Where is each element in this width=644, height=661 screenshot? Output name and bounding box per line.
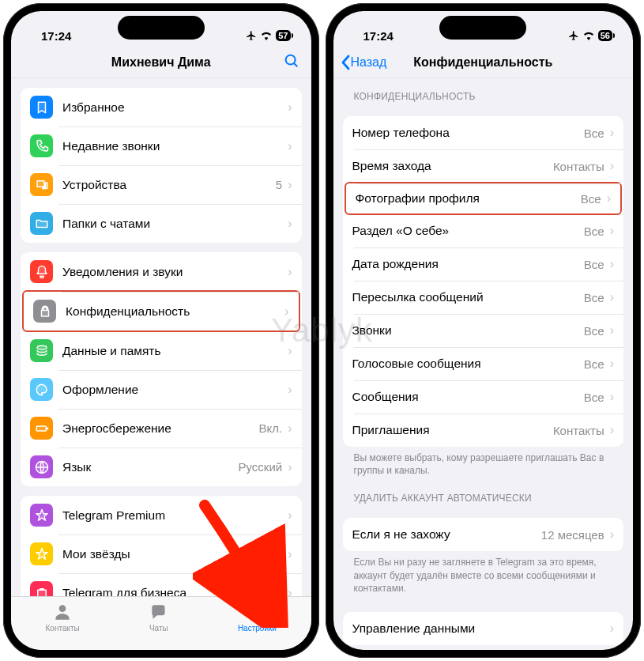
airplane-icon	[246, 30, 257, 41]
chevron-right-icon: ›	[610, 323, 614, 338]
section-footer: Вы можете выбрать, какие данные хранятся…	[333, 645, 634, 650]
settings-row[interactable]: ЯзыкРусский›	[21, 448, 302, 486]
settings-icon	[247, 602, 267, 622]
row-value: Русский	[239, 460, 283, 474]
row-label: Если я не захожу	[352, 527, 541, 542]
privacy-row[interactable]: ПриглашенияКонтакты›	[343, 414, 624, 447]
settings-row[interactable]: ЭнергосбережениеВкл.›	[21, 409, 302, 448]
section-footer: Если Вы ни разу не заглянете в Telegram …	[333, 551, 634, 598]
section-header: КОНФИДЕНЦИАЛЬНОСТЬ	[333, 78, 634, 107]
settings-row[interactable]: Недавние звонки›	[21, 127, 302, 165]
row-label: Дата рождения	[352, 257, 584, 271]
lock-icon	[33, 300, 56, 323]
row-label: Фотографии профиля	[356, 191, 581, 206]
settings-row[interactable]: Устройства5›	[21, 165, 302, 204]
row-value: Контакты	[553, 424, 604, 437]
chevron-right-icon: ›	[288, 100, 292, 115]
settings-row[interactable]: Оформление›	[21, 370, 302, 409]
back-label: Назад	[351, 55, 387, 70]
privacy-row[interactable]: Пересылка сообщенийВсе›	[343, 281, 624, 314]
privacy-row[interactable]: СообщенияВсе›	[343, 380, 624, 414]
auto-delete-row[interactable]: Если я не захожу 12 месяцев ›	[343, 518, 624, 551]
privacy-row[interactable]: Дата рожденияВсе›	[343, 247, 624, 281]
battery-icon	[30, 417, 53, 440]
privacy-row[interactable]: Время заходаКонтакты›	[343, 149, 624, 183]
status-indicators: 56	[568, 30, 612, 41]
airplane-icon	[568, 30, 579, 41]
row-label: Управление данными	[352, 621, 608, 636]
chevron-right-icon: ›	[610, 527, 614, 542]
settings-row[interactable]: Telegram Premium›	[21, 496, 302, 534]
privacy-row[interactable]: Раздел «О себе»Все›	[343, 214, 624, 247]
chevron-right-icon: ›	[288, 460, 292, 474]
row-value: Все	[584, 357, 604, 371]
stars-icon	[30, 542, 53, 565]
contacts-icon	[52, 602, 73, 622]
settings-scroll[interactable]: Избранное›Недавние звонки›Устройства5›Па…	[11, 78, 311, 596]
settings-section: Уведомления и звуки›Конфиденциальность›Д…	[21, 252, 302, 486]
search-button[interactable]	[283, 52, 300, 73]
status-time: 17:24	[41, 29, 71, 43]
back-button[interactable]: Назад	[340, 55, 387, 70]
row-label: Голосовые сообщения	[352, 357, 584, 371]
row-value: Все	[584, 291, 604, 304]
privacy-scroll[interactable]: КОНФИДЕНЦИАЛЬНОСТЬ Номер телефонаВсе›Вре…	[333, 78, 634, 650]
settings-row[interactable]: Данные и память›	[21, 331, 302, 370]
settings-row[interactable]: Папки с чатами›	[21, 204, 302, 243]
row-label: Номер телефона	[352, 126, 584, 140]
svg-point-0	[285, 55, 295, 65]
chevron-right-icon: ›	[288, 383, 292, 397]
privacy-row[interactable]: ЗвонкиВсе›	[343, 314, 624, 347]
tab-settings[interactable]: Настройки	[238, 602, 277, 633]
row-value: Все	[584, 324, 604, 338]
row-value: Контакты	[553, 160, 604, 173]
chevron-right-icon: ›	[288, 139, 292, 153]
settings-row[interactable]: Конфиденциальность›	[22, 290, 300, 332]
row-label: Раздел «О себе»	[352, 224, 584, 238]
chevron-right-icon: ›	[610, 257, 614, 271]
tab-label: Контакты	[46, 624, 80, 633]
phone-frame-left: 17:24 57 Михневич Дима Избранное›Недавни…	[3, 3, 319, 658]
folder-icon	[30, 212, 53, 235]
search-icon	[283, 52, 300, 70]
row-label: Сообщения	[352, 390, 584, 404]
section-privacy: Номер телефонаВсе›Время заходаКонтакты›Ф…	[343, 116, 624, 447]
row-label: Звонки	[352, 323, 584, 338]
chevron-right-icon: ›	[288, 586, 292, 597]
privacy-row[interactable]: Фотографии профиляВсе›	[345, 182, 623, 215]
row-label: Энергосбережение	[62, 421, 259, 436]
settings-row[interactable]: Мои звёзды›	[21, 534, 302, 573]
chevron-left-icon	[340, 55, 351, 70]
chevron-right-icon: ›	[610, 390, 614, 404]
row-label: Избранное	[62, 100, 285, 115]
settings-row[interactable]: Избранное›	[21, 88, 302, 127]
svg-point-4	[254, 610, 260, 615]
svg-point-2	[59, 605, 66, 612]
chevron-right-icon: ›	[288, 217, 292, 231]
notch	[439, 16, 526, 40]
chevron-right-icon: ›	[610, 159, 614, 173]
chevron-right-icon: ›	[607, 191, 611, 206]
privacy-row[interactable]: Номер телефонаВсе›	[343, 116, 624, 149]
row-value: Все	[581, 192, 601, 206]
notch	[118, 16, 205, 40]
battery-indicator: 57	[276, 30, 290, 41]
tab-contacts[interactable]: Контакты	[46, 602, 80, 633]
chevron-right-icon: ›	[288, 508, 292, 523]
tab-chats[interactable]: Чаты	[149, 602, 169, 633]
settings-row[interactable]: Уведомления и звуки›	[21, 252, 302, 291]
nav-header: Назад Конфиденциальность	[333, 49, 634, 78]
wifi-icon	[260, 31, 273, 40]
data-management-row[interactable]: Управление данными ›	[343, 612, 624, 645]
battery-indicator: 56	[598, 30, 612, 41]
status-indicators: 57	[246, 30, 290, 41]
chevron-right-icon: ›	[288, 421, 292, 436]
settings-section: Telegram Premium›Мои звёзды›Telegram для…	[21, 496, 302, 596]
row-label: Приглашения	[352, 423, 553, 437]
screen-left: 17:24 57 Михневич Дима Избранное›Недавни…	[11, 11, 311, 650]
privacy-row[interactable]: Голосовые сообщенияВсе›	[343, 347, 624, 380]
row-label: Пересылка сообщений	[352, 290, 584, 304]
tab-bar: Контакты Чаты Настройки	[11, 596, 311, 650]
settings-row[interactable]: Telegram для бизнесаНОВОЕ›	[21, 573, 302, 596]
page-title: Михневич Дима	[111, 55, 211, 70]
